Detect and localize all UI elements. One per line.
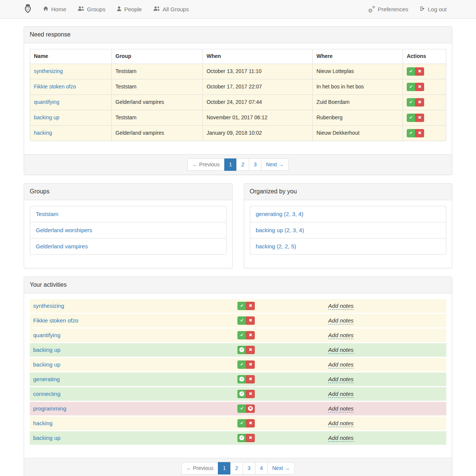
attend-yes-button[interactable]: ✔ bbox=[407, 83, 415, 91]
activity-link[interactable]: synthesizing bbox=[33, 303, 64, 309]
attend-yes-button[interactable]: ✔✔ bbox=[237, 331, 246, 339]
attend-yes-button[interactable]: ✔ bbox=[407, 98, 415, 106]
attend-no-button[interactable]: ✖ bbox=[415, 83, 424, 91]
activity-link[interactable]: backing up bbox=[33, 435, 61, 441]
add-notes-link[interactable]: Add notes bbox=[328, 347, 354, 354]
attend-yes-button[interactable]: ✔✔ bbox=[237, 390, 246, 398]
add-notes-link[interactable]: Add notes bbox=[328, 435, 354, 442]
group-link[interactable]: Teststam bbox=[36, 211, 58, 217]
attend-no-button[interactable]: ✖✖ bbox=[246, 419, 255, 427]
attend-no-button[interactable]: ✖✖ bbox=[246, 316, 255, 325]
sign-out-icon bbox=[420, 5, 425, 13]
x-icon: ✖ bbox=[418, 131, 421, 135]
activity-link[interactable]: connecting bbox=[33, 391, 61, 397]
add-notes-link[interactable]: Add notes bbox=[328, 376, 354, 383]
activity-row: backing up ✔✔ ✖✖ Add notes bbox=[30, 431, 446, 445]
group-cell: Gelderland vampires bbox=[111, 94, 202, 110]
check-circle-icon: ✔ bbox=[239, 435, 244, 440]
add-notes-link[interactable]: Add notes bbox=[328, 332, 354, 339]
activity-link[interactable]: backing up bbox=[33, 347, 61, 353]
attend-yes-button[interactable]: ✔✔ bbox=[237, 346, 246, 354]
pagination-previous[interactable]: ← Previous bbox=[181, 462, 218, 475]
activity-row: synthesizing ✔✔ ✖✖ Add notes bbox=[30, 299, 446, 313]
activity-link[interactable]: programming bbox=[33, 405, 66, 412]
brand-logo[interactable] bbox=[24, 3, 37, 16]
pagination-next[interactable]: Next → bbox=[267, 462, 295, 475]
attend-yes-button[interactable]: ✔✔ bbox=[237, 316, 246, 325]
add-notes-link[interactable]: Add notes bbox=[328, 303, 354, 310]
pagination-previous[interactable]: ← Previous bbox=[187, 158, 224, 171]
pagination-page-1[interactable]: 1 bbox=[218, 462, 231, 475]
activity-link[interactable]: quantifying bbox=[33, 332, 61, 338]
nav-item-home[interactable]: Home bbox=[37, 0, 72, 19]
check-icon: ✔ bbox=[409, 85, 413, 89]
add-notes-link[interactable]: Add notes bbox=[328, 420, 354, 427]
pagination-next[interactable]: Next → bbox=[261, 158, 289, 171]
attend-yes-button[interactable]: ✔✔ bbox=[237, 302, 246, 310]
activity-row: backing up ✔✔ ✖✖ Add notes bbox=[30, 358, 446, 371]
group-cell: Gelderland vampires bbox=[111, 125, 202, 141]
nav-item-people[interactable]: People bbox=[111, 0, 148, 19]
group-link[interactable]: Gelderland worshipers bbox=[36, 227, 92, 233]
activity-link[interactable]: hacking bbox=[33, 420, 53, 426]
pagination-page-2[interactable]: 2 bbox=[230, 462, 243, 475]
column-header-actions: Actions bbox=[403, 49, 446, 64]
table-row: quantifying Gelderland vampires October … bbox=[30, 94, 446, 110]
pagination-page-3[interactable]: 3 bbox=[249, 158, 262, 171]
attend-no-button[interactable]: ✖ bbox=[415, 129, 424, 137]
attend-yes-button[interactable]: ✔✔ bbox=[237, 419, 246, 427]
attend-no-button[interactable]: ✖✖ bbox=[246, 375, 255, 383]
attend-yes-button[interactable]: ✔✔ bbox=[237, 434, 246, 442]
x-icon: ✖ bbox=[249, 333, 252, 337]
activity-link[interactable]: generating bbox=[33, 376, 60, 382]
nav-item-logout[interactable]: Log out bbox=[414, 0, 452, 19]
where-cell: Zuid Boerdam bbox=[312, 94, 403, 110]
attend-yes-button[interactable]: ✔ bbox=[407, 129, 415, 137]
when-cell: October 17, 2017 22:07 bbox=[202, 79, 312, 94]
group-link[interactable]: Gelderland vampires bbox=[36, 243, 88, 249]
attend-no-button[interactable]: ✖✖ bbox=[246, 346, 255, 354]
attend-no-button[interactable]: ✖✖ bbox=[246, 302, 255, 310]
check-icon: ✔ bbox=[240, 304, 243, 308]
attend-no-button[interactable]: ✖✖ bbox=[246, 360, 255, 369]
activity-link[interactable]: Fikkie stoken ofzo bbox=[34, 84, 76, 90]
add-notes-link[interactable]: Add notes bbox=[328, 405, 354, 412]
add-notes-link[interactable]: Add notes bbox=[328, 391, 354, 398]
activities-footer: ← Previous 1 2 3 4 Next → bbox=[24, 458, 452, 476]
pagination-page-1[interactable]: 1 bbox=[224, 158, 237, 171]
activity-link[interactable]: Fikkie stoken ofzo bbox=[33, 317, 78, 324]
add-notes-link[interactable]: Add notes bbox=[328, 361, 354, 368]
organized-activity-link[interactable]: hacking (2, 2, 5) bbox=[256, 243, 297, 249]
activity-link[interactable]: backing up bbox=[33, 361, 61, 368]
attend-yes-button[interactable]: ✔ bbox=[407, 114, 415, 122]
check-icon: ✔ bbox=[240, 318, 243, 322]
attend-yes-button[interactable]: ✔ bbox=[407, 67, 415, 76]
organized-activity-link[interactable]: backing up (2, 3, 4) bbox=[256, 227, 304, 233]
activity-link[interactable]: synthesizing bbox=[34, 68, 63, 74]
attend-no-button[interactable]: ✖✖ bbox=[246, 331, 255, 339]
activity-link[interactable]: backing up bbox=[34, 114, 59, 120]
pagination-page-2[interactable]: 2 bbox=[236, 158, 249, 171]
attend-no-button[interactable]: ✖ bbox=[415, 98, 424, 106]
nav-item-preferences[interactable]: ⚙⚙ Preferences bbox=[362, 0, 414, 19]
list-item: Gelderland vampires bbox=[30, 238, 227, 255]
x-icon: ✖ bbox=[249, 421, 252, 425]
attend-yes-button[interactable]: ✔✔ bbox=[237, 375, 246, 383]
add-notes-link[interactable]: Add notes bbox=[328, 317, 354, 324]
attend-no-button[interactable]: ✖✖ bbox=[246, 434, 255, 442]
attend-no-button[interactable]: ✖✖ bbox=[246, 390, 255, 398]
organized-activity-link[interactable]: generating (2, 3, 4) bbox=[256, 211, 304, 217]
nav-item-groups[interactable]: Groups bbox=[72, 0, 111, 19]
pagination-page-4[interactable]: 4 bbox=[255, 462, 268, 475]
attend-no-button[interactable]: ✖ bbox=[415, 67, 424, 76]
activity-link[interactable]: hacking bbox=[34, 130, 52, 136]
attend-no-button[interactable]: ✖ bbox=[415, 114, 424, 122]
where-cell: In het bos in het bos bbox=[312, 79, 403, 94]
attend-yes-button[interactable]: ✔✔ bbox=[237, 360, 246, 369]
activity-link[interactable]: quantifying bbox=[34, 99, 59, 105]
nav-item-label: Groups bbox=[87, 5, 105, 13]
nav-item-all-groups[interactable]: All Groups bbox=[148, 0, 195, 19]
attend-yes-button[interactable]: ✔✔ bbox=[237, 405, 246, 413]
pagination-page-3[interactable]: 3 bbox=[243, 462, 255, 475]
attend-no-button[interactable]: ✖✖ bbox=[246, 405, 255, 413]
